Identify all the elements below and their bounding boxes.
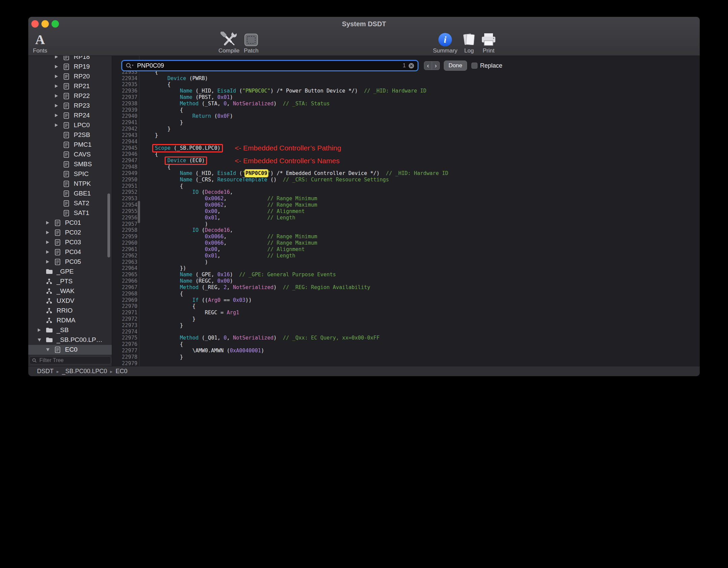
sidebar-item-_PTS[interactable]: _PTS: [28, 277, 112, 286]
code-line-22978[interactable]: 22978 }: [112, 354, 700, 360]
sidebar-item-SMBS[interactable]: SMBS: [28, 159, 112, 169]
sidebar-item-RP19[interactable]: RP19: [28, 62, 112, 72]
disclosure-triangle-icon[interactable]: [46, 345, 54, 355]
sidebar-item-EC0[interactable]: EC0: [28, 345, 112, 355]
sidebar-item-SAT1[interactable]: SAT1: [28, 208, 112, 218]
filter-tree-input[interactable]: [39, 357, 108, 364]
disclosure-triangle-icon[interactable]: [46, 238, 54, 247]
code-line-22934[interactable]: 22934 Device (PWRB): [112, 75, 700, 82]
fonts-button[interactable]: A Fonts: [28, 32, 52, 54]
sidebar-item-PC04[interactable]: PC04: [28, 247, 112, 257]
sidebar-item-RP22[interactable]: RP22: [28, 91, 112, 101]
code-line-22969[interactable]: 22969 If ((Arg0 == 0x03)): [112, 297, 700, 304]
code-line-22937[interactable]: 22937 Name (PBST, 0x01): [112, 94, 700, 101]
find-next-button[interactable]: ›: [432, 61, 440, 70]
code-line-22963[interactable]: 22963 ): [112, 259, 700, 265]
code-line-22977[interactable]: 22977 \AMW0.AMWN (0xA0040001): [112, 348, 700, 354]
code-line-22975[interactable]: 22975 Method (_Q01, 0, NotSerialized) //…: [112, 335, 700, 341]
disclosure-triangle-icon[interactable]: [55, 81, 63, 91]
disclosure-triangle-icon[interactable]: [46, 257, 54, 267]
sidebar-item-_GPE[interactable]: _GPE: [28, 267, 112, 277]
disclosure-triangle-icon[interactable]: [55, 101, 63, 111]
code-line-22973[interactable]: 22973 }: [112, 322, 700, 329]
replace-checkbox[interactable]: [471, 63, 477, 69]
code-line-22940[interactable]: 22940 Return (0x0F): [112, 113, 700, 119]
code-line-22967[interactable]: 22967 Method (_REG, 2, NotSerialized) //…: [112, 284, 700, 291]
sidebar-item-SAT2[interactable]: SAT2: [28, 199, 112, 208]
disclosure-triangle-icon[interactable]: [55, 56, 63, 62]
sidebar-item-RP18[interactable]: RP18: [28, 56, 112, 62]
code-line-22970[interactable]: 22970 {: [112, 303, 700, 310]
sidebar-item-GBE1[interactable]: GBE1: [28, 189, 112, 199]
sidebar-item-LPC0[interactable]: LPC0: [28, 120, 112, 130]
code-line-22966[interactable]: 22966 Name (REGC, 0x00): [112, 278, 700, 284]
sidebar-item-RP23[interactable]: RP23: [28, 101, 112, 111]
code-line-22939[interactable]: 22939 {: [112, 107, 700, 113]
disclosure-triangle-icon[interactable]: [46, 228, 54, 238]
code-line-22961[interactable]: 22961 0x00, // Alignment: [112, 246, 700, 253]
sidebar-item-P2SB[interactable]: P2SB: [28, 130, 112, 140]
sidebar-item-RP24[interactable]: RP24: [28, 111, 112, 120]
code-line-22965[interactable]: 22965 Name (_GPE, 0x16) // _GPE: General…: [112, 272, 700, 278]
sidebar-item-_SB.PC00.LP…[interactable]: _SB.PC00.LP…: [28, 335, 112, 345]
code-line-22960[interactable]: 22960 0x0066, // Range Maximum: [112, 240, 700, 246]
print-button[interactable]: Print: [477, 32, 500, 54]
sidebar-item-RP21[interactable]: RP21: [28, 81, 112, 91]
sidebar-item-PC01[interactable]: PC01: [28, 218, 112, 228]
disclosure-triangle-icon[interactable]: [46, 218, 54, 228]
code-line-22952[interactable]: 22952 IO (Decode16,: [112, 189, 700, 196]
code-line-22949[interactable]: 22949 Name (_HID, EisaId ("PNP0C09") /* …: [112, 170, 700, 177]
code-line-22957[interactable]: 22957 ): [112, 221, 700, 227]
disclosure-triangle-icon[interactable]: [55, 111, 63, 120]
sidebar-item-PC02[interactable]: PC02: [28, 228, 112, 238]
editor-scrollbar-thumb[interactable]: [138, 201, 140, 223]
code-line-22956[interactable]: 22956 0x01, // Length: [112, 215, 700, 221]
summary-button[interactable]: i Summary: [433, 32, 457, 54]
code-line-22942[interactable]: 22942 }: [112, 126, 700, 132]
code-line-22951[interactable]: 22951 {: [112, 183, 700, 189]
sidebar-item-UXDV[interactable]: UXDV: [28, 296, 112, 306]
code-line-22953[interactable]: 22953 0x0062, // Range Minimum: [112, 196, 700, 202]
code-line-22938[interactable]: 22938 Method (_STA, 0, NotSerialized) //…: [112, 101, 700, 107]
sidebar-item-RDMA[interactable]: RDMA: [28, 316, 112, 325]
code-line-22962[interactable]: 22962 0x01, // Length: [112, 253, 700, 259]
done-button[interactable]: Done: [444, 61, 467, 71]
code-line-22943[interactable]: 22943 }: [112, 132, 700, 139]
find-previous-button[interactable]: ‹: [424, 61, 432, 70]
code-line-22936[interactable]: 22936 Name (_HID, EisaId ("PNP0C0C") /* …: [112, 88, 700, 94]
search-magnifier-icon[interactable]: [125, 62, 134, 69]
code-line-22959[interactable]: 22959 0x0066, // Range Minimum: [112, 234, 700, 240]
sidebar-item-_WAK[interactable]: _WAK: [28, 286, 112, 296]
sidebar-item-NTPK[interactable]: NTPK: [28, 179, 112, 189]
filter-tree-field[interactable]: [29, 356, 111, 364]
code-line-22968[interactable]: 22968 {: [112, 291, 700, 297]
code-line-22979[interactable]: 22979: [112, 360, 700, 366]
search-field[interactable]: 1: [121, 60, 419, 71]
code-line-22954[interactable]: 22954 0x0062, // Range Maximum: [112, 202, 700, 208]
code-line-22950[interactable]: 22950 Name (_CRS, ResourceTemplate () //…: [112, 177, 700, 183]
sidebar-scrollbar-thumb[interactable]: [107, 193, 110, 257]
sidebar-item-SPIC[interactable]: SPIC: [28, 169, 112, 179]
disclosure-triangle-icon[interactable]: [55, 120, 63, 130]
disclosure-triangle-icon[interactable]: [55, 62, 63, 72]
code-line-22935[interactable]: 22935 {: [112, 81, 700, 88]
code-line-22958[interactable]: 22958 IO (Decode16,: [112, 227, 700, 234]
clear-search-button[interactable]: [408, 63, 415, 69]
code-line-22964[interactable]: 22964 }): [112, 265, 700, 272]
code-line-22974[interactable]: 22974: [112, 329, 700, 335]
sidebar-item-PC05[interactable]: PC05: [28, 257, 112, 267]
disclosure-triangle-icon[interactable]: [55, 72, 63, 81]
code-line-22976[interactable]: 22976 {: [112, 341, 700, 348]
sidebar-item-PMC1[interactable]: PMC1: [28, 140, 112, 150]
sidebar-item-PC03[interactable]: PC03: [28, 238, 112, 247]
code-line-22955[interactable]: 22955 0x00, // Alignment: [112, 208, 700, 215]
sidebar-item-CAVS[interactable]: CAVS: [28, 150, 112, 159]
sidebar-item-RP20[interactable]: RP20: [28, 72, 112, 81]
disclosure-triangle-icon[interactable]: [38, 325, 45, 335]
sidebar-item-_SB[interactable]: _SB: [28, 325, 112, 335]
code-line-22941[interactable]: 22941 }: [112, 119, 700, 126]
code-line-22972[interactable]: 22972 }: [112, 316, 700, 322]
disclosure-triangle-icon[interactable]: [46, 247, 54, 257]
disclosure-triangle-icon[interactable]: [38, 335, 45, 345]
sidebar-item-RRIO[interactable]: RRIO: [28, 306, 112, 316]
